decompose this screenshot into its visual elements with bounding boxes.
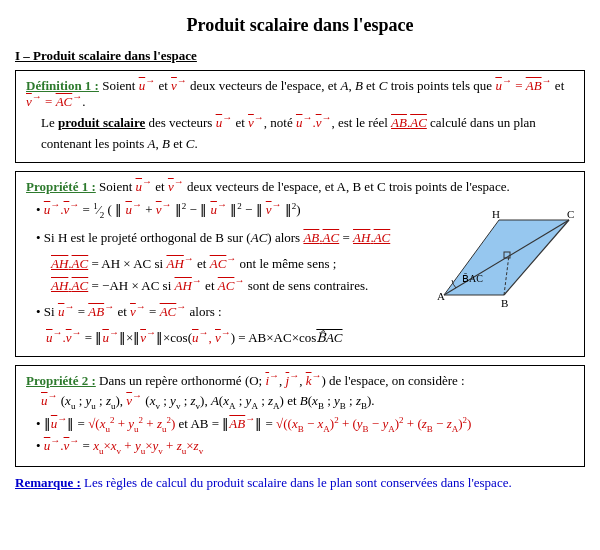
angle-BAC-label: B̂AC — [462, 273, 483, 284]
scalar-product-term: produit scalaire — [58, 115, 145, 130]
property2-vectors: u→ (xu ; yu ; zu), v→ (xv ; yv ; zv), A(… — [41, 393, 574, 411]
remark-text: Les règles de calcul du produit scalaire… — [84, 475, 512, 490]
property2-label: Propriété 2 : — [26, 373, 96, 388]
prop1-vec-v: v→ — [168, 179, 184, 194]
property2-box: Propriété 2 : Dans un repère orthonormé … — [15, 365, 585, 467]
point-H-label: H — [492, 208, 500, 220]
section-heading: I – Produit scalaire dans l'espace — [15, 48, 585, 64]
point-B-label: B — [501, 297, 508, 309]
property2-header: Propriété 2 : Dans un repère orthonormé … — [26, 373, 574, 389]
vec-u-eq: u→ = AB→ — [495, 78, 551, 93]
scalar-notation: u→.v→ — [296, 115, 332, 130]
scalar-value: AB.AC — [391, 115, 427, 130]
vec-v-ref: v→ — [248, 115, 264, 130]
definition-line1: Définition 1 : Soient u→ et v→ deux vect… — [26, 78, 574, 110]
property2-scalar: • u→.v→ = xu×xv + yu×yv + zu×zv — [36, 438, 574, 456]
prop1-vec-u: u→ — [136, 179, 153, 194]
geometry-diagram: A B C H B̂AC — [414, 200, 574, 310]
point-A-label: A — [437, 290, 445, 302]
definition-body: Le produit scalaire des vecteurs u→ et v… — [41, 113, 574, 155]
property1-box: Propriété 1 : Soient u→ et v→ deux vecte… — [15, 171, 585, 358]
page-title: Produit scalaire dans l'espace — [15, 15, 585, 36]
vec-u-ref: u→ — [216, 115, 233, 130]
remark-label: Remarque : — [15, 475, 81, 490]
property1-header: Propriété 1 : Soient u→ et v→ deux vecte… — [26, 179, 574, 195]
page-container: Produit scalaire dans l'espace I – Produ… — [15, 15, 585, 491]
prop1-formula3: u→.v→ = ‖u→‖×‖v→‖×cos(u→, v→) = AB×AC×co… — [46, 327, 574, 349]
point-C-label: C — [567, 208, 574, 220]
vec-v-eq: v→ = AC→ — [26, 94, 82, 109]
property2-norm: • ‖u→‖ = √(xu2 + yu2 + zu2) et AB = ‖AB→… — [36, 415, 574, 434]
diagram-container: A B C H B̂AC — [414, 200, 574, 314]
vec-u-def: u→ — [139, 78, 156, 93]
vec-v-def: v→ — [171, 78, 187, 93]
property1-label: Propriété 1 : — [26, 179, 96, 194]
definition-box: Définition 1 : Soient u→ et v→ deux vect… — [15, 70, 585, 163]
remark-container: Remarque : Les règles de calcul du produ… — [15, 475, 585, 491]
